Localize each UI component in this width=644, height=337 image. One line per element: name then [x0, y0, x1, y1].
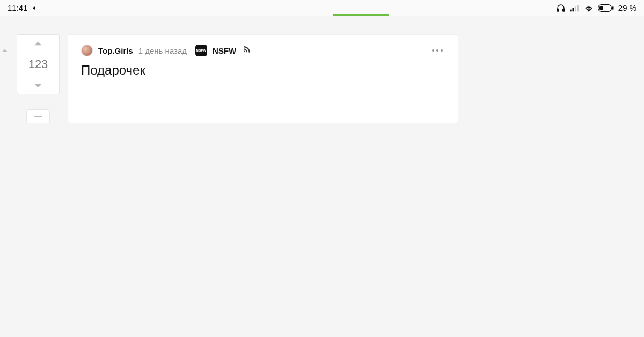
- svg-rect-9: [34, 116, 42, 117]
- status-bar: 11:41 29 %: [0, 0, 644, 16]
- headphones-icon: [556, 3, 566, 13]
- collapse-button[interactable]: [26, 109, 50, 123]
- back-chevron-icon[interactable]: [1, 47, 9, 57]
- status-bar-left: 11:41: [8, 3, 39, 12]
- svg-rect-0: [557, 9, 559, 11]
- vote-count: 123: [17, 52, 60, 77]
- nsfw-badge-icon[interactable]: NSFW: [195, 45, 207, 56]
- post-time-ago: 1 день назад: [138, 46, 187, 55]
- post-title: Подарочек: [81, 63, 445, 78]
- svg-rect-2: [570, 9, 572, 11]
- volume-mute-icon: [32, 5, 39, 11]
- svg-rect-7: [599, 6, 603, 10]
- cellular-signal-icon: [570, 4, 580, 12]
- status-time: 11:41: [8, 3, 28, 12]
- downvote-button[interactable]: [17, 77, 60, 94]
- vote-column: 123: [0, 34, 68, 123]
- svg-rect-3: [572, 8, 574, 11]
- battery-percentage: 29 %: [618, 3, 636, 12]
- svg-rect-1: [563, 9, 565, 11]
- author-name[interactable]: Top.Girls: [98, 46, 133, 55]
- upvote-button[interactable]: [17, 34, 60, 52]
- nsfw-label[interactable]: NSFW: [213, 46, 236, 55]
- post-card: Top.Girls 1 день назад NSFW NSFW Подароч…: [68, 34, 458, 123]
- svg-rect-5: [577, 5, 579, 11]
- svg-rect-4: [575, 6, 576, 11]
- author-avatar[interactable]: [81, 45, 93, 56]
- status-bar-right: 29 %: [556, 3, 636, 13]
- battery-icon: [598, 4, 614, 12]
- wifi-icon: [584, 4, 594, 12]
- svg-rect-8: [612, 6, 614, 10]
- more-options-button[interactable]: [430, 47, 445, 54]
- post-header: Top.Girls 1 день назад NSFW NSFW: [81, 45, 445, 56]
- rss-icon[interactable]: [243, 46, 251, 56]
- page-content: 123 Top.Girls 1 день назад NSFW NSFW: [0, 16, 644, 123]
